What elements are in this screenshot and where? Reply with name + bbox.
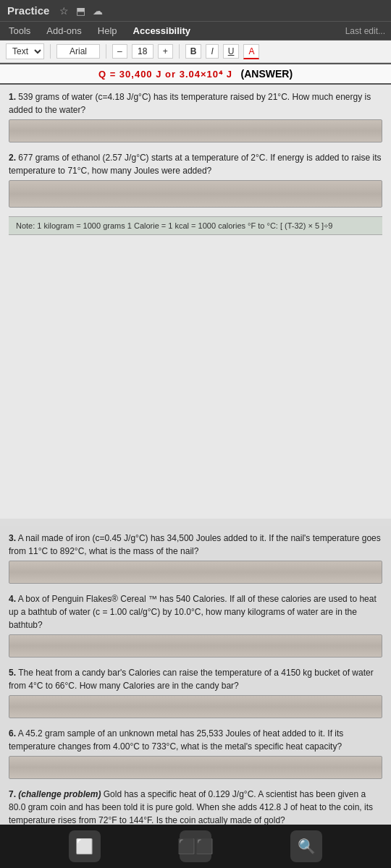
home-icon: ⬜ xyxy=(75,838,93,855)
problem-6-body: A 45.2 gram sample of an unknown metal h… xyxy=(9,728,343,752)
problem-5-number: 5. xyxy=(9,668,16,678)
problem-1-body: 539 grams of water (c=4.18 J/g°C) has it… xyxy=(9,92,371,115)
notes-bar: Note: 1 kilogram = 1000 grams 1 Calorie … xyxy=(9,216,382,235)
problem-5-body: The heat from a candy bar's Calories can… xyxy=(9,668,374,691)
taskbar-home-btn[interactable]: ⬜ xyxy=(69,830,101,862)
menu-addons[interactable]: Add-ons xyxy=(43,24,84,38)
problem-2-answer-input[interactable] xyxy=(9,180,382,208)
answer-formula: Q = 30,400 J or 3.04×10⁴ J xyxy=(98,69,232,80)
problem-3-text: 3. A nail made of iron (c=0.45 J/g°C) ha… xyxy=(9,532,382,558)
problem-6: 6. A 45.2 gram sample of an unknown meta… xyxy=(9,727,382,779)
problem-5-text: 5. The heat from a candy bar's Calories … xyxy=(9,666,382,692)
problem-2-body: 677 grams of ethanol (2.57 J/g°C) starts… xyxy=(9,153,382,176)
menu-accessibility[interactable]: Accessibility xyxy=(130,24,194,38)
toolbar-sep-2 xyxy=(106,44,106,59)
notes-text: Note: 1 kilogram = 1000 grams 1 Calorie … xyxy=(16,221,332,230)
problem-4: 4. A box of Penguin Flakes® Cereal ™ has… xyxy=(9,592,382,658)
section-divider xyxy=(0,519,391,526)
save-icon[interactable]: ⬒ xyxy=(76,5,85,17)
toolbar: Text Arial – 18 + B I U A xyxy=(0,41,391,63)
menu-tools[interactable]: Tools xyxy=(6,24,33,38)
main-content-top: 1. 539 grams of water (c=4.18 J/g°C) has… xyxy=(0,85,391,519)
cloud-icon[interactable]: ☁ xyxy=(93,5,103,17)
problem-4-answer-input[interactable] xyxy=(9,634,382,658)
italic-btn[interactable]: I xyxy=(206,44,218,59)
problem-1-text: 1. 539 grams of water (c=4.18 J/g°C) has… xyxy=(9,90,382,116)
problem-7-text: 7. (challenge problem) Gold has a specif… xyxy=(9,788,382,827)
menu-help[interactable]: Help xyxy=(95,24,120,38)
taskbar-search-btn[interactable]: 🔍 xyxy=(290,830,322,862)
text-color-btn[interactable]: A xyxy=(243,44,259,59)
underline-btn[interactable]: U xyxy=(223,44,240,59)
star-icon[interactable]: ☆ xyxy=(59,5,69,17)
decrease-font-btn[interactable]: – xyxy=(112,44,127,59)
last-edit: Last edit... xyxy=(345,26,385,36)
top-bar: Practice ☆ ⬒ ☁ xyxy=(0,0,391,21)
increase-font-btn[interactable]: + xyxy=(158,44,173,59)
toolbar-sep-3 xyxy=(179,44,180,59)
text-style-select[interactable]: Text xyxy=(6,43,44,59)
toolbar-sep-1 xyxy=(50,44,51,59)
problem-4-text: 4. A box of Penguin Flakes® Cereal ™ has… xyxy=(9,592,382,631)
menu-bar: Tools Add-ons Help Accessibility Last ed… xyxy=(0,21,391,41)
app-title: Practice xyxy=(7,4,49,17)
problem-2: 2. 677 grams of ethanol (2.57 J/g°C) sta… xyxy=(9,151,382,208)
taskbar-recents-btn[interactable]: ⬛⬛ xyxy=(180,830,211,862)
problem-7-number: 7. xyxy=(9,789,16,799)
challenge-label: (challenge problem) xyxy=(18,789,101,799)
problem-4-number: 4. xyxy=(9,594,16,604)
problem-3-answer-input[interactable] xyxy=(9,561,382,584)
font-size[interactable]: 18 xyxy=(132,44,154,59)
problem-6-number: 6. xyxy=(9,728,16,739)
search-icon: 🔍 xyxy=(298,838,316,855)
problem-2-number: 2. xyxy=(9,153,16,163)
problem-6-text: 6. A 45.2 gram sample of an unknown meta… xyxy=(9,727,382,753)
problem-3-body: A nail made of iron (c=0.45 J/g°C) has 3… xyxy=(9,533,381,556)
problem-1: 1. 539 grams of water (c=4.18 J/g°C) has… xyxy=(9,90,382,142)
problem-3: 3. A nail made of iron (c=0.45 J/g°C) ha… xyxy=(9,532,382,584)
problem-2-text: 2. 677 grams of ethanol (2.57 J/g°C) sta… xyxy=(9,151,382,177)
problem-6-answer-input[interactable] xyxy=(9,756,382,779)
problem-5-answer-input[interactable] xyxy=(9,695,382,718)
problem-3-number: 3. xyxy=(9,533,16,543)
problem-5: 5. The heat from a candy bar's Calories … xyxy=(9,666,382,718)
recents-icon: ⬛⬛ xyxy=(177,838,214,855)
answer-bar: Q = 30,400 J or 3.04×10⁴ J (ANSWER) xyxy=(0,63,391,85)
taskbar: ⬜ ⬛⬛ 🔍 xyxy=(0,825,391,868)
font-name: Arial xyxy=(56,44,100,59)
problem-1-number: 1. xyxy=(9,92,16,102)
bold-btn[interactable]: B xyxy=(185,44,202,59)
problem-1-answer-input[interactable] xyxy=(9,119,382,142)
main-content-bottom: 3. A nail made of iron (c=0.45 J/g°C) ha… xyxy=(0,526,391,867)
answer-label: (ANSWER) xyxy=(241,68,293,80)
problem-4-body: A box of Penguin Flakes® Cereal ™ has 54… xyxy=(9,594,377,630)
